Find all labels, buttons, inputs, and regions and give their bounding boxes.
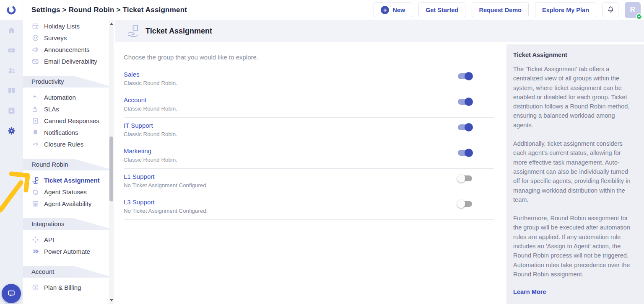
help-paragraph: Furthermore, Round Robin assignment for … (513, 214, 636, 279)
scroll-up-arrow[interactable] (110, 23, 113, 25)
sidebar-group: Holiday Lists Surveys Announcements Emai… (23, 20, 115, 67)
group-link[interactable]: Account (124, 96, 177, 103)
megaphone-icon (31, 46, 39, 53)
request-demo-button[interactable]: Request Demo (472, 3, 529, 17)
app-window: Settings > Round Robin > Ticket Assignme… (0, 0, 644, 304)
sidebar-item-power-automate[interactable]: Power Automate (23, 245, 115, 257)
group-toggle[interactable] (458, 175, 472, 181)
group-desc: Classic Round Robin. (124, 106, 177, 112)
sidebar-item-agent-statuses[interactable]: Agent Statuses (23, 186, 115, 198)
group-row-account: Account Classic Round Robin. (124, 92, 494, 118)
sidebar-group: $ Plan & Billing (23, 281, 115, 293)
sidebar-item-holiday-lists[interactable]: Holiday Lists (23, 20, 115, 32)
gavel-icon (31, 105, 39, 113)
learn-more-link[interactable]: Learn More (513, 289, 546, 295)
sidebar-item-api[interactable]: API (23, 234, 115, 245)
reports-icon[interactable] (0, 100, 23, 121)
sidebar-item-ticket-assignment[interactable]: Ticket Assignment (23, 174, 115, 186)
group-toggle[interactable] (458, 73, 472, 79)
group-toggle[interactable] (458, 124, 472, 130)
chat-widget-button[interactable] (2, 284, 21, 303)
group-toggle[interactable] (458, 150, 472, 156)
main-content: Choose the group that you would like to … (115, 42, 506, 304)
knowledge-base-icon[interactable] (0, 80, 23, 100)
toggle-knob (465, 123, 473, 131)
envelope-icon (31, 57, 39, 65)
sidebar-item-email-deliverability[interactable]: Email Deliverability (23, 55, 115, 67)
group-link[interactable]: Sales (124, 71, 177, 78)
group-link[interactable]: Marketing (124, 147, 177, 155)
page-header: Ticket Assignment (115, 20, 644, 42)
app-logo[interactable] (0, 0, 23, 20)
sidebar-group: Automation SLAs Canned Responses Notific… (23, 91, 115, 150)
online-check-icon (636, 13, 642, 20)
group-desc: No Ticket Assignment Configured. (124, 182, 208, 188)
notification-bell-button[interactable] (602, 3, 618, 17)
user-avatar[interactable]: R (625, 2, 641, 18)
group-desc: No Ticket Assignment Configured. (124, 208, 208, 214)
top-bar: Settings > Round Robin > Ticket Assignme… (0, 0, 644, 20)
dollar-circle-icon: $ (31, 283, 39, 291)
notification-bell-icon (607, 6, 615, 14)
sidebar-section-account: Account (23, 266, 115, 278)
home-icon[interactable] (0, 20, 23, 40)
toggle-knob (465, 98, 473, 106)
group-toggle[interactable] (458, 201, 472, 207)
group-toggle[interactable] (458, 99, 472, 105)
sparkles-icon (31, 93, 39, 101)
group-row-marketing: Marketing Classic Round Robin. (124, 143, 494, 169)
sidebar-item-slas[interactable]: SLAs (23, 103, 115, 115)
calendar-clock-icon (31, 200, 39, 207)
group-link[interactable]: L1 Support (124, 173, 208, 180)
group-desc: Classic Round Robin. (124, 80, 177, 86)
settings-gear-icon[interactable] (0, 121, 23, 141)
toggle-knob (465, 72, 473, 80)
get-started-button[interactable]: Get Started (418, 3, 465, 17)
toggle-knob (457, 200, 465, 208)
toggle-knob (465, 149, 473, 157)
topbar-actions: + New Get Started Request Demo Explore M… (374, 2, 644, 18)
sidebar-group: API Power Automate (23, 234, 115, 257)
sidebar-item-notifications[interactable]: Notifications (23, 126, 115, 138)
tickets-icon[interactable] (0, 40, 23, 60)
new-button[interactable]: + New (374, 3, 412, 17)
contacts-icon[interactable] (0, 60, 23, 80)
module-rail (0, 20, 23, 304)
smiley-icon (31, 34, 39, 41)
hand-ticket-icon (127, 24, 140, 38)
sidebar-item-announcements[interactable]: Announcements (23, 44, 115, 55)
sidebar-item-plan-billing[interactable]: $ Plan & Billing (23, 281, 115, 293)
help-panel: Ticket Assignment The 'Ticket Assignment… (506, 44, 644, 304)
help-paragraph: The 'Ticket Assignment' tab offers a cen… (513, 64, 636, 130)
chat-bubble-icon (7, 289, 16, 298)
scrollbar-thumb[interactable] (109, 137, 113, 201)
sidebar-scrollbar[interactable] (109, 20, 114, 304)
group-link[interactable]: L3 Support (124, 198, 208, 206)
help-panel-title: Ticket Assignment (513, 52, 636, 58)
group-desc: Classic Round Robin. (124, 131, 177, 137)
sidebar-section-integrations: Integrations (23, 218, 115, 230)
sidebar-item-closure-rules[interactable]: Closure Rules (23, 138, 115, 150)
page-title: Ticket Assignment (145, 27, 212, 36)
sidebar-section-productivity: Productivity (23, 76, 115, 88)
explore-my-plan-button[interactable]: Explore My Plan (535, 3, 596, 17)
page-subtitle: Choose the group that you would like to … (124, 54, 494, 61)
document-plus-icon (31, 117, 39, 124)
toggle-knob (457, 174, 465, 183)
sidebar-item-automation[interactable]: Automation (23, 91, 115, 103)
plus-circle-icon: + (381, 6, 389, 14)
calendar-icon (31, 22, 39, 30)
sidebar-group: Ticket Assignment Agent Statuses Agent A… (23, 174, 115, 209)
sidebar-item-canned-responses[interactable]: Canned Responses (23, 115, 115, 126)
group-desc: Classic Round Robin. (124, 157, 177, 163)
scroll-down-arrow[interactable] (110, 299, 113, 301)
settings-sidebar: Holiday Lists Surveys Announcements Emai… (23, 20, 115, 304)
group-row-l1-support: L1 Support No Ticket Assignment Configur… (124, 169, 494, 194)
sidebar-section-round-robin: Round Robin (23, 159, 115, 170)
power-automate-icon (31, 247, 39, 255)
breadcrumb: Settings > Round Robin > Ticket Assignme… (31, 6, 187, 14)
sidebar-item-agent-availability[interactable]: Agent Availability (23, 198, 115, 209)
group-row-it-support: IT Support Classic Round Robin. (124, 118, 494, 143)
group-link[interactable]: IT Support (124, 122, 177, 129)
sidebar-item-surveys[interactable]: Surveys (23, 32, 115, 44)
